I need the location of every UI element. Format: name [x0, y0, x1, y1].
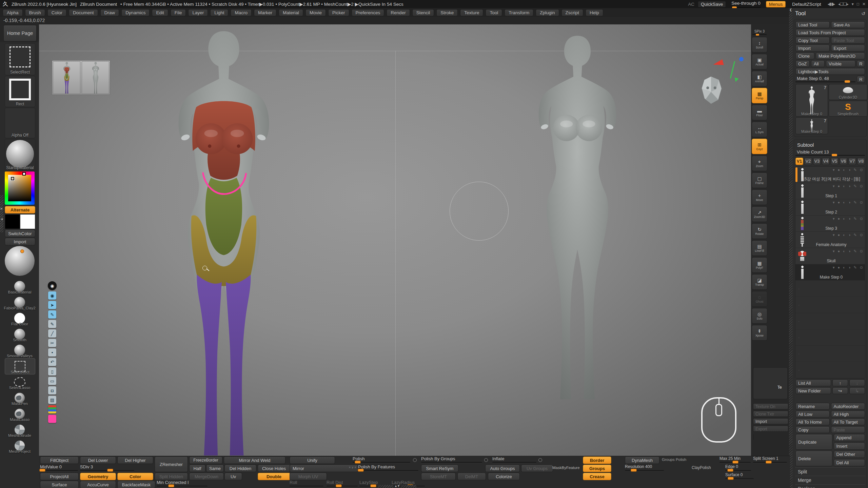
groups-button[interactable]: Groups [583, 465, 611, 472]
menu-item[interactable]: Picker [328, 9, 349, 16]
bottom-scrollbar-2[interactable] [401, 485, 416, 488]
camera-head-icon[interactable] [698, 75, 724, 105]
version-tab[interactable]: V4 [822, 158, 830, 165]
polish-by-groups-slider[interactable]: Polish By Groups [421, 456, 482, 464]
menu-item[interactable]: Movie [305, 9, 326, 16]
material-item[interactable]: SelectLasso [5, 374, 35, 390]
version-tab[interactable]: V5 [831, 158, 839, 165]
canvas-tool-icon[interactable]: ✎ [48, 320, 56, 328]
del-other-button[interactable]: Del Other [834, 451, 865, 458]
redo-dim-button[interactable]: ↳ [849, 387, 865, 394]
subtool-row[interactable]: ▾ ● ◐ ◑ ✎ ⊙ Step 3 [795, 216, 865, 232]
project-all-button[interactable]: ProjectAll [40, 473, 79, 480]
resolution-slider[interactable]: Resolution 400 [625, 464, 664, 472]
menu-item[interactable]: Brush [25, 9, 45, 16]
groups-polish-label[interactable]: Groups Polish [662, 458, 686, 462]
mirror-and-weld-button[interactable]: Mirror And Weld [224, 456, 285, 464]
canvas-tool-icon[interactable]: ◉ [48, 291, 56, 300]
subtool-row-icons[interactable]: ▾ ● ◐ ◑ ✎ ⊙ [833, 200, 863, 205]
scroll-arrows-icon[interactable]: ▲▼ [394, 484, 400, 488]
paste-tool-button[interactable]: Paste Tool [831, 37, 865, 44]
view-toggle-button[interactable]: ↻ Rotate [752, 223, 767, 239]
roll-dist-slider[interactable]: Roll Dist [327, 480, 358, 487]
view-toggle-button[interactable]: ▤ LineFill [752, 240, 767, 256]
list-all-button[interactable]: List All [795, 380, 831, 386]
subtool-row[interactable]: ▾ ● ◐ ◑ ✎ ⊙ [795, 362, 865, 378]
texture-thumb[interactable] [753, 434, 754, 440]
canvas-tool-icon[interactable] [48, 405, 56, 413]
view-toggle-button[interactable]: ▬ Floor [752, 105, 767, 120]
goz-button[interactable]: GoZ [795, 60, 810, 67]
minimize-icon[interactable]: ▾ [852, 2, 853, 6]
texture-button[interactable]: Import [753, 418, 788, 424]
canvas-tool-icon[interactable]: ╱ [48, 329, 56, 338]
copy-tool-button[interactable]: Copy Tool [795, 37, 830, 44]
menu-item[interactable]: Tool [486, 9, 502, 16]
material-item[interactable]: FabioPaiva_Clay2 [5, 294, 35, 310]
import-button[interactable]: Import [795, 45, 830, 52]
subtool-row[interactable]: ▾ ● ◐ ◑ ✎ ⊙ [795, 313, 865, 329]
sv-marker[interactable] [11, 177, 14, 180]
document-canvas[interactable]: ◉ ◉ ➤ ✎ ✎ ╱ ✂ • ↶ ▯ ▭ ◘ [39, 24, 751, 456]
startup-material-tool[interactable]: StartupMaterial [5, 139, 35, 171]
inflate-toggle-icon[interactable] [538, 458, 542, 462]
menu-item[interactable]: Zscript [561, 9, 584, 16]
sdiv-slider[interactable]: SDiv 3 [80, 464, 134, 472]
alternate-button[interactable]: Alternate [5, 206, 35, 214]
material-item[interactable]: Smooth [5, 326, 35, 342]
thumbnail-colored[interactable] [53, 61, 80, 94]
see-through-slider[interactable]: See-through 0 [729, 1, 763, 8]
view-toggle-button[interactable]: ◪ Transp [752, 274, 767, 290]
split-hidden-button[interactable]: Split Hidden [155, 473, 188, 480]
polish-toggle-icon[interactable] [413, 458, 417, 462]
main-color-swatch[interactable] [5, 214, 20, 229]
thumbnail-gray[interactable] [82, 61, 109, 94]
subtool-row[interactable]: ▾ ● ◐ ◑ ✎ ⊙ Step 1 [795, 183, 865, 199]
double-button[interactable]: Double [258, 473, 290, 480]
menu-item[interactable]: Layer [188, 9, 208, 16]
canvas-tool-icon[interactable] [48, 415, 56, 423]
material-item[interactable]: MeshExtrude [5, 422, 35, 438]
new-folder-button[interactable]: New Folder [795, 387, 831, 394]
menu-item[interactable]: Dynamics [121, 9, 150, 16]
lightbox-tools-button[interactable]: Lightbox▶Tools [795, 68, 865, 75]
surface-button[interactable]: Surface [40, 481, 79, 488]
move-down-button[interactable]: ↓ [849, 380, 865, 386]
color-import-button[interactable]: Import [5, 238, 35, 245]
goz-visible-button[interactable]: Visible [826, 60, 855, 67]
subtool-row[interactable]: ▾ ● ◐ ◑ ✎ ⊙ [795, 329, 865, 346]
reset-icon[interactable]: ↺ [861, 11, 865, 16]
subtool-row[interactable]: ▾ ● ◐ ◑ ✎ ⊙ Female Anatomy [795, 232, 865, 248]
previous-tool-thumb[interactable]: 7 Make Step 0 [795, 117, 828, 134]
version-tab[interactable]: V1 [795, 158, 803, 165]
zremesher-button[interactable]: ZRemesher [155, 456, 188, 472]
move-up-button[interactable]: ↑ [832, 380, 848, 386]
material-item[interactable]: SmoothValleys [5, 342, 35, 358]
save-as-button[interactable]: Save As [831, 21, 865, 28]
subtool-row-icons[interactable]: ▾ ● ◐ ◑ ✎ ⊙ [833, 265, 863, 270]
visible-count-slider[interactable]: Visible Count 13 [795, 149, 865, 156]
select-rect-tool[interactable]: SelectRect [5, 43, 35, 75]
view-toggle-button[interactable]: ◎ Solo [752, 308, 767, 324]
default-zscript-button[interactable]: DefaultZScript [789, 1, 824, 7]
make-polymesh3d-button[interactable]: Make PolyMesh3D [816, 53, 865, 59]
store-mt-button[interactable]: StoreMT [421, 473, 456, 480]
collapse-icon[interactable]: ❮ [789, 8, 792, 12]
view-thumbnails[interactable] [52, 60, 110, 95]
material-item[interactable]: MaskLasso [5, 406, 35, 422]
sculpt-gray-figure[interactable] [520, 33, 635, 456]
version-tab[interactable]: V7 [848, 158, 856, 165]
smart-resym-button[interactable]: Smart ReSym [421, 465, 458, 472]
view-toggle-button[interactable]: ▦ PolyF [752, 257, 767, 273]
texture-button[interactable]: Clone Txtr [753, 411, 788, 417]
subtool-row-icons[interactable]: ▾ ● ◐ ◑ ✎ ⊙ [833, 184, 863, 188]
canvas-tool-icon[interactable]: • [48, 348, 56, 357]
del-all-button[interactable]: Del All [834, 459, 865, 466]
rename-button[interactable]: Rename [795, 403, 830, 410]
material-item[interactable]: SelectRect [5, 358, 35, 374]
subtool-row-icons[interactable]: ▾ ● ◐ ◑ ✎ ⊙ [833, 249, 863, 253]
surface-slider[interactable]: Surface 0 [725, 472, 754, 480]
all-to-home-button[interactable]: All To Home [795, 419, 830, 425]
roll-slider[interactable]: Roll [290, 480, 323, 487]
menus-button[interactable]: Menus [766, 1, 786, 7]
